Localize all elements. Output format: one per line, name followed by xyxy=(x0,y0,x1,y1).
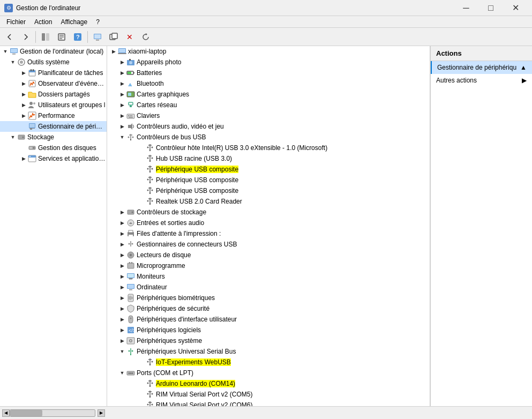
tree-item-24[interactable]: ▶Périphériques d'interface utilisateur xyxy=(107,314,430,325)
tree-item-12[interactable]: ▶Périphérique USB composite xyxy=(107,185,430,196)
outils-toggle[interactable]: ▼ xyxy=(9,58,17,66)
tree-item-30[interactable]: ▶Arduino Leonardo (COM14) xyxy=(107,378,430,389)
tree-item-15[interactable]: ▶Entrées et sorties audio xyxy=(107,218,430,228)
tree-item-3[interactable]: ▶Cartes graphiques xyxy=(107,89,430,100)
item-toggle-0[interactable]: ▶ xyxy=(118,58,126,66)
services-appli[interactable]: ▶ Services et applications xyxy=(0,153,107,164)
forward-button[interactable] xyxy=(18,29,33,44)
delete-button[interactable]: ✕ xyxy=(122,29,137,44)
tree-item-16[interactable]: ▶Files d'attente à l'impression : xyxy=(107,228,430,239)
back-button[interactable] xyxy=(2,29,17,44)
close-button[interactable]: ✕ xyxy=(503,0,528,16)
tree-item-25[interactable]: ▶</>Périphériques logiciels xyxy=(107,325,430,335)
new-window-button[interactable] xyxy=(106,29,121,44)
item-toggle-26[interactable]: ▶ xyxy=(118,336,126,345)
tree-item-10[interactable]: ▶Périphérique USB composite xyxy=(107,164,430,175)
tree-item-2[interactable]: ▶⟁Bluetooth xyxy=(107,78,430,89)
observateur[interactable]: ▶ Observateur d'événeme xyxy=(0,78,107,89)
item-toggle-4[interactable]: ▶ xyxy=(118,101,126,109)
tree-item-4[interactable]: ▶Cartes réseau xyxy=(107,100,430,110)
item-toggle-17[interactable]: ▶ xyxy=(118,240,126,249)
tree-item-32[interactable]: ▶RIM Virtual Serial Port v2 (COM6) xyxy=(107,400,430,406)
performance[interactable]: ▶ Performance xyxy=(0,110,107,121)
tree-item-1[interactable]: ▶Batteries xyxy=(107,68,430,78)
root-toggle[interactable]: ▼ xyxy=(1,47,10,56)
tree-item-14[interactable]: ▶Contrôleurs de stockage xyxy=(107,207,430,218)
item-toggle-7[interactable]: ▼ xyxy=(118,133,126,141)
scroll-left-arrow[interactable]: ◀ xyxy=(2,409,10,417)
item-toggle-18[interactable]: ▶ xyxy=(118,251,126,259)
tree-item-19[interactable]: ▶Microprogramme xyxy=(107,260,430,271)
action-gestionnaire[interactable]: Gestionnaire de périphériqu ▲ xyxy=(431,61,532,74)
tree-item-26[interactable]: ▶Périphériques système xyxy=(107,335,430,346)
tree-item-9[interactable]: ▶Hub USB racine (USB 3.0) xyxy=(107,153,430,164)
obs-toggle[interactable]: ▶ xyxy=(19,79,28,88)
tree-root[interactable]: ▼ Gestion de l'ordinateur (local) xyxy=(0,46,107,57)
tree-item-22[interactable]: ▶Périphériques biométriques xyxy=(107,293,430,303)
tree-item-23[interactable]: ▶Périphériques de sécurité xyxy=(107,303,430,314)
item-toggle-1[interactable]: ▶ xyxy=(118,69,126,77)
menu-action[interactable]: Action xyxy=(30,17,56,27)
tree-item-6[interactable]: ▶Contrôleurs audio, vidéo et jeu xyxy=(107,121,430,132)
gestion-disques[interactable]: ▶ Gestion des disques xyxy=(0,143,107,153)
dossiers[interactable]: ▶ Dossiers partagés xyxy=(0,89,107,100)
laptop-toggle[interactable]: ▶ xyxy=(109,47,118,56)
tree-item-11[interactable]: ▶Périphérique USB composite xyxy=(107,175,430,185)
item-toggle-29[interactable]: ▼ xyxy=(118,369,126,377)
item-toggle-23[interactable]: ▶ xyxy=(118,304,126,313)
tree-item-21[interactable]: ▶Ordinateur xyxy=(107,282,430,293)
item-toggle-24[interactable]: ▶ xyxy=(118,315,126,324)
item-toggle-21[interactable]: ▶ xyxy=(118,283,126,291)
tree-item-0[interactable]: ▶Appareils photo xyxy=(107,57,430,68)
item-toggle-25[interactable]: ▶ xyxy=(118,326,126,334)
sa-toggle[interactable]: ▶ xyxy=(19,154,28,163)
item-toggle-15[interactable]: ▶ xyxy=(118,219,126,227)
tree-item-31[interactable]: ▶RIM Virtual Serial Port v2 (COM5) xyxy=(107,389,430,400)
computer-button[interactable] xyxy=(90,29,105,44)
help-button[interactable]: ? xyxy=(70,29,85,44)
tree-item-13[interactable]: ▶Realtek USB 2.0 Card Reader xyxy=(107,196,430,207)
tree-item-18[interactable]: ▶Lecteurs de disque xyxy=(107,250,430,260)
perf-toggle[interactable]: ▶ xyxy=(19,111,28,120)
menu-help[interactable]: ? xyxy=(92,17,104,27)
stock-toggle[interactable]: ▼ xyxy=(9,133,17,141)
scrollbar-thumb[interactable] xyxy=(10,410,42,416)
menu-fichier[interactable]: Fichier xyxy=(2,17,30,27)
window-controls[interactable]: ─ □ ✕ xyxy=(454,0,528,16)
tree-item-29[interactable]: ▼Ports (COM et LPT) xyxy=(107,368,430,378)
item-toggle-3[interactable]: ▶ xyxy=(118,90,126,99)
item-toggle-14[interactable]: ▶ xyxy=(118,208,126,216)
item-toggle-6[interactable]: ▶ xyxy=(118,122,126,131)
minimize-button[interactable]: ─ xyxy=(454,0,478,16)
tree-item-8[interactable]: ▶Contrôleur hôte Intel(R) USB 3.0 eXtens… xyxy=(107,143,430,153)
stockage[interactable]: ▼ Stockage xyxy=(0,132,107,143)
item-toggle-20[interactable]: ▶ xyxy=(118,272,126,281)
scroll-right-arrow[interactable]: ▶ xyxy=(98,409,105,417)
item-toggle-27[interactable]: ▼ xyxy=(118,347,126,356)
utilisateurs[interactable]: ▶ Utilisateurs et groupes l xyxy=(0,100,107,110)
planificateur[interactable]: ▶ Planificateur de tâches xyxy=(0,68,107,78)
tree-item-20[interactable]: ▶Moniteurs xyxy=(107,271,430,282)
item-toggle-19[interactable]: ▶ xyxy=(118,261,126,270)
properties-button[interactable] xyxy=(54,29,69,44)
plani-toggle[interactable]: ▶ xyxy=(19,69,28,77)
menu-affichage[interactable]: Affichage xyxy=(56,17,92,27)
tree-item-5[interactable]: ▶Claviers xyxy=(107,110,430,121)
util-toggle[interactable]: ▶ xyxy=(19,101,28,109)
dos-toggle[interactable]: ▶ xyxy=(19,90,28,99)
item-toggle-5[interactable]: ▶ xyxy=(118,111,126,120)
item-toggle-2[interactable]: ▶ xyxy=(118,79,126,88)
maximize-button[interactable]: □ xyxy=(478,0,503,16)
item-toggle-22[interactable]: ▶ xyxy=(118,294,126,302)
laptop-root[interactable]: ▶ xiaomi-laptop xyxy=(107,46,430,57)
gestionnaire-periph[interactable]: ▶ Gestionnaire de périphé xyxy=(0,121,107,132)
tree-item-27[interactable]: ▼Périphériques Universal Serial Bus xyxy=(107,346,430,357)
tree-item-7[interactable]: ▼Contrôleurs de bus USB xyxy=(107,132,430,143)
horizontal-scrollbar[interactable] xyxy=(10,409,95,417)
show-hide-button[interactable] xyxy=(38,29,53,44)
refresh-button[interactable] xyxy=(138,29,153,44)
item-toggle-16[interactable]: ▶ xyxy=(118,229,126,238)
tree-item-28[interactable]: ▶IoT-Experiments WebUSB xyxy=(107,357,430,368)
outils-systeme[interactable]: ▼ Outils système xyxy=(0,57,107,68)
action-autres[interactable]: Autres actions ▶ xyxy=(431,74,532,87)
